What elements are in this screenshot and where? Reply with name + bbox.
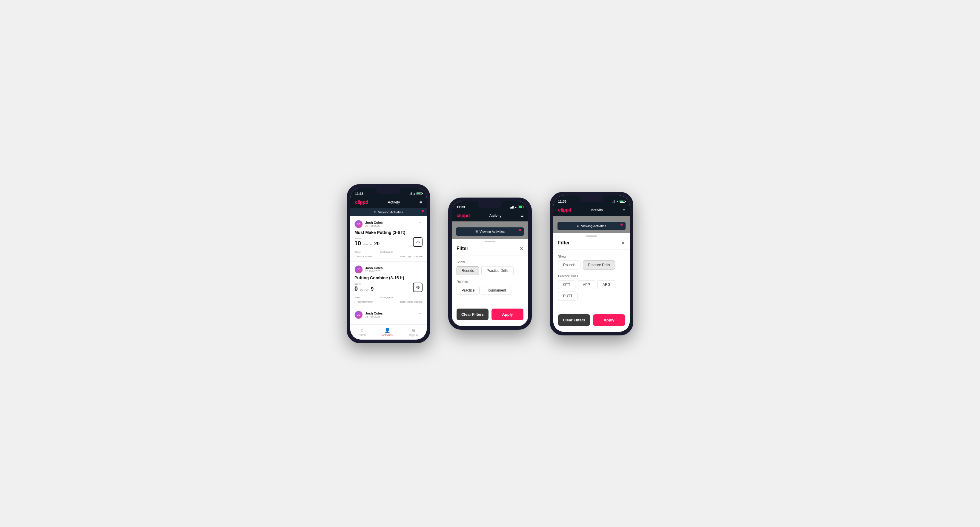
user-meta-2: Josh Coles 28 Feb 2023 — [365, 266, 383, 273]
header-title-1: Activity — [388, 200, 400, 205]
filter-icon-1: ⊞ — [374, 210, 376, 214]
dark-overlay-3: ⊞ Viewing Activities — [553, 216, 630, 233]
user-date-2: 28 Feb 2023 — [365, 270, 383, 273]
viewing-bar-3[interactable]: ⊞ Viewing Activities — [557, 222, 625, 230]
more-dots-3[interactable]: ··· — [419, 311, 423, 316]
scene: 11:33 ▲ clippd Activity ≡ ⊞ — [329, 166, 651, 361]
rounds-label-2: Rounds — [457, 280, 523, 284]
chip-practice-2[interactable]: Practice — [457, 286, 480, 295]
home-icon: ⌂ — [361, 327, 364, 333]
avatar-1: JC — [355, 220, 363, 228]
capture-label: Capture — [409, 333, 418, 337]
filter-header-3: Filter ✕ — [553, 238, 630, 250]
apply-btn-3[interactable]: Apply — [593, 314, 625, 326]
filter-sheet-2: Filter ✕ Show Rounds Practice Drills Rou… — [452, 239, 528, 326]
activity-item-3: JC Josh Coles 28 Feb 2023 ··· — [350, 307, 427, 325]
total-1: 20 — [374, 241, 380, 246]
shot-quality-badge-1: 75 — [413, 237, 423, 247]
user-meta-3: Josh Coles 28 Feb 2023 — [365, 311, 383, 318]
signal-icon-3 — [612, 200, 615, 203]
user-name-3: Josh Coles — [365, 311, 383, 315]
user-meta-1: Josh Coles 28 Feb 2023 — [365, 221, 383, 227]
show-chips-2: Rounds Practice Drills — [457, 266, 523, 275]
activity-footer-2: ℹ Test Information Data: Clippd Capture — [355, 300, 423, 303]
chip-practice-drills-2[interactable]: Practice Drills — [481, 266, 513, 275]
test-info-1: ℹ Test Information — [355, 255, 373, 258]
menu-icon-3[interactable]: ≡ — [622, 208, 625, 213]
viewing-bar-text-1: Viewing Activities — [378, 210, 403, 214]
menu-icon-2[interactable]: ≡ — [521, 213, 523, 218]
more-dots-2[interactable]: ··· — [419, 265, 423, 270]
nav-home[interactable]: ⌂ Home — [358, 327, 366, 337]
filter-header-2: Filter ✕ — [452, 243, 528, 256]
clear-filters-btn-3[interactable]: Clear Filters — [558, 314, 590, 326]
activity-title-1: Must Make Putting (3-6 ft) — [355, 230, 423, 235]
close-btn-2[interactable]: ✕ — [520, 246, 523, 252]
user-date-1: 28 Feb 2023 — [365, 224, 383, 227]
chip-arg-3[interactable]: ARG — [598, 280, 616, 289]
filter-footer-2: Clear Filters Apply — [452, 305, 528, 326]
wifi-icon-2: ▲ — [514, 206, 517, 209]
logo-1: clippd — [355, 200, 368, 205]
show-label-3: Show — [558, 254, 625, 258]
user-name-2: Josh Coles — [365, 266, 383, 270]
chip-putt-3[interactable]: PUTT — [558, 292, 578, 300]
phone-2-screen: 11:33 ▲ clippd Activity ≡ — [452, 201, 528, 326]
chip-practice-drills-3[interactable]: Practice Drills — [583, 260, 615, 270]
activities-icon: 👤 — [384, 327, 390, 333]
score-value-1: 10 — [355, 240, 361, 247]
more-dots-1[interactable]: ··· — [419, 220, 423, 225]
menu-icon-1[interactable]: ≡ — [420, 200, 422, 205]
score-group-1: Score 10 OUT OF 20 — [355, 237, 380, 247]
status-icons-1: ▲ — [409, 192, 422, 195]
phone-2: 11:33 ▲ clippd Activity ≡ — [448, 198, 532, 330]
viewing-bar-1[interactable]: ⊞ Viewing Activities — [350, 208, 427, 216]
signal-icon — [409, 192, 412, 195]
nav-activities[interactable]: 👤 Activities — [382, 327, 393, 337]
nav-capture[interactable]: ⊕ Capture — [409, 327, 418, 337]
chip-app-3[interactable]: APP — [578, 280, 595, 289]
activity-header-2: JC Josh Coles 28 Feb 2023 ··· — [355, 265, 423, 274]
activity-footer-1: ℹ Test Information Data: Clippd Capture — [355, 255, 423, 258]
wifi-icon: ▲ — [413, 192, 416, 195]
app-header-1: clippd Activity ≡ — [350, 197, 427, 208]
capture-icon: ⊕ — [412, 327, 416, 333]
filter-body-2: Show Rounds Practice Drills Rounds Pract… — [452, 256, 528, 305]
viewing-bar-2[interactable]: ⊞ Viewing Activities — [456, 227, 524, 236]
notch-2 — [478, 201, 502, 208]
red-dot-3 — [620, 224, 622, 225]
phone-1-screen: 11:33 ▲ clippd Activity ≡ ⊞ — [350, 188, 427, 340]
chip-rounds-3[interactable]: Rounds — [558, 260, 581, 270]
activity-list: JC Josh Coles 28 Feb 2023 ··· Must Make … — [350, 216, 427, 325]
practice-drills-section-label-3: Practice Drills — [558, 274, 625, 278]
close-btn-3[interactable]: ✕ — [621, 240, 625, 246]
signal-icon-2 — [510, 206, 514, 209]
chip-rounds-2[interactable]: Rounds — [457, 266, 479, 275]
shot-quality-badge-2: 45 — [413, 283, 423, 292]
show-label-2: Show — [457, 260, 523, 264]
dark-overlay-2: ⊞ Viewing Activities — [452, 221, 528, 239]
user-date-3: 28 Feb 2023 — [365, 315, 383, 318]
sheet-handle-2 — [485, 241, 495, 242]
show-chips-3: Rounds Practice Drills — [558, 260, 625, 270]
viewing-bar-text-2: Viewing Activities — [480, 230, 504, 233]
header-title-2: Activity — [489, 213, 501, 218]
phone-3: 11:33 ▲ clippd Activity ≡ — [550, 192, 633, 335]
notch-1 — [377, 188, 401, 194]
phone-3-screen: 11:33 ▲ clippd Activity ≡ — [553, 195, 630, 332]
drills-chips-3: OTT APP ARG PUTT — [558, 280, 625, 300]
status-icons-2: ▲ — [510, 206, 523, 209]
filter-title-2: Filter — [457, 246, 468, 251]
out-of-2: OUT OF — [360, 289, 369, 291]
chip-tournament-2[interactable]: Tournament — [482, 286, 511, 295]
rounds-chips-2: Practice Tournament — [457, 286, 523, 295]
avatar-2: JC — [355, 265, 363, 274]
chip-ott-3[interactable]: OTT — [558, 280, 575, 289]
score-group-2: Score 0 OUT OF 9 — [355, 283, 374, 292]
user-name-1: Josh Coles — [365, 221, 383, 224]
apply-btn-2[interactable]: Apply — [492, 309, 523, 320]
notch-3 — [579, 195, 603, 202]
status-icons-3: ▲ — [612, 200, 625, 203]
filter-body-3: Show Rounds Practice Drills Practice Dri… — [553, 250, 630, 310]
clear-filters-btn-2[interactable]: Clear Filters — [457, 309, 488, 320]
